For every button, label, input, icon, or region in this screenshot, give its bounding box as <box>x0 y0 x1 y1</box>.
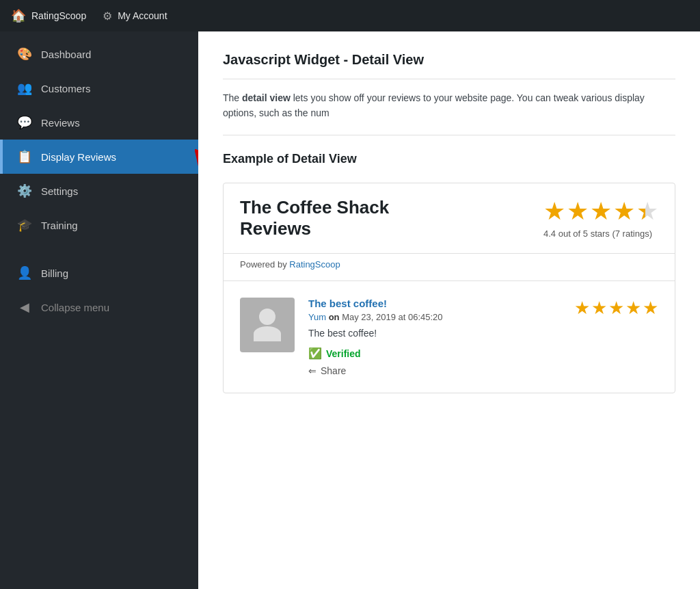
powered-by: Powered by RatingScoop <box>224 254 675 281</box>
review-text-block: The best coffee! Yum on May 23, 2019 at … <box>308 298 443 347</box>
logo-label: RatingScoop <box>31 10 86 21</box>
gear-icon: ⚙ <box>103 10 112 23</box>
widget-description: The detail view lets you show off your r… <box>223 90 675 135</box>
training-icon: 🎓 <box>16 218 33 233</box>
sidebar: 🎨 Dashboard 👥 Customers 💬 Reviews 📋 Disp… <box>0 31 198 589</box>
settings-icon: ⚙️ <box>16 183 33 198</box>
verified-check-icon: ✅ <box>308 347 322 360</box>
sidebar-item-label: Dashboard <box>41 49 91 60</box>
star-4: ★ <box>613 197 635 226</box>
reviewer-avatar <box>240 298 295 352</box>
star-5: ★★ <box>636 197 658 226</box>
ratingscoop-link[interactable]: RatingScoop <box>289 259 340 270</box>
customers-icon: 👥 <box>16 81 33 96</box>
review-meta: Yum on May 23, 2019 at 06:45:20 <box>308 312 443 322</box>
verified-label: Verified <box>326 348 361 359</box>
review-item: The best coffee! Yum on May 23, 2019 at … <box>224 281 675 393</box>
share-icon: ⇐ <box>308 365 317 376</box>
my-account-menu[interactable]: ⚙ My Account <box>103 10 167 23</box>
home-icon: 🏠 <box>11 8 26 23</box>
widget-preview: The Coffee Shack Reviews ★ ★ ★ ★ ★★ 4.4 … <box>223 183 675 393</box>
review-on: on <box>329 312 342 322</box>
sidebar-item-label: Settings <box>41 185 78 197</box>
sidebar-item-collapse[interactable]: ◀ Collapse menu <box>0 290 198 324</box>
rating-summary: ★ ★ ★ ★ ★★ 4.4 out of 5 stars (7 ratings… <box>543 197 658 239</box>
share-label: Share <box>321 365 346 376</box>
account-label: My Account <box>118 10 167 21</box>
dashboard-icon: 🎨 <box>16 47 33 62</box>
sidebar-item-label: Collapse menu <box>41 302 109 313</box>
sidebar-item-training[interactable]: 🎓 Training <box>0 208 198 242</box>
reviewer-name: Yum <box>308 312 326 322</box>
sidebar-item-label: Billing <box>41 267 68 279</box>
review-star-1: ★ <box>574 298 590 319</box>
review-title: The best coffee! <box>308 298 443 309</box>
avatar-head <box>259 309 275 325</box>
sidebar-item-reviews[interactable]: 💬 Reviews <box>0 105 198 140</box>
star-2: ★ <box>567 197 589 226</box>
review-date: May 23, 2019 at 06:45:20 <box>342 312 442 322</box>
review-stars: ★ ★ ★ ★ ★ <box>574 298 658 319</box>
sidebar-item-label: Reviews <box>41 117 80 129</box>
sidebar-item-label: Training <box>41 220 78 231</box>
page-title: Javascript Widget - Detail View <box>223 52 675 79</box>
rating-text: 4.4 out of 5 stars (7 ratings) <box>543 228 652 239</box>
sidebar-item-customers[interactable]: 👥 Customers <box>0 71 198 105</box>
stars-display: ★ ★ ★ ★ ★★ <box>543 197 658 226</box>
sidebar-item-display-reviews[interactable]: 📋 Display Reviews <box>0 140 198 174</box>
top-bar: 🏠 RatingScoop ⚙ My Account <box>0 0 700 31</box>
sidebar-item-dashboard[interactable]: 🎨 Dashboard <box>0 37 198 71</box>
powered-by-text: Powered by <box>240 259 289 270</box>
review-body: The best coffee! <box>308 328 443 339</box>
review-star-4: ★ <box>625 298 641 319</box>
review-star-3: ★ <box>608 298 624 319</box>
sidebar-divider <box>0 242 198 256</box>
main-layout: 🎨 Dashboard 👥 Customers 💬 Reviews 📋 Disp… <box>0 31 700 589</box>
widget-header: The Coffee Shack Reviews ★ ★ ★ ★ ★★ 4.4 … <box>224 183 675 254</box>
billing-icon: 👤 <box>16 265 33 280</box>
review-star-2: ★ <box>591 298 607 319</box>
description-bold: detail view <box>242 92 291 103</box>
review-header-row: The best coffee! Yum on May 23, 2019 at … <box>308 298 658 347</box>
content-area: Javascript Widget - Detail View The deta… <box>198 31 700 589</box>
sidebar-item-billing[interactable]: 👤 Billing <box>0 256 198 290</box>
red-arrow-annotation <box>195 140 198 174</box>
share-button[interactable]: ⇐ Share <box>308 365 346 376</box>
star-1: ★ <box>543 197 565 226</box>
display-reviews-icon: 📋 <box>16 149 33 164</box>
review-details: The best coffee! Yum on May 23, 2019 at … <box>308 298 658 376</box>
review-star-5: ★ <box>643 298 658 319</box>
sidebar-item-label: Customers <box>41 83 91 94</box>
business-name: The Coffee Shack Reviews <box>240 197 445 239</box>
avatar-placeholder <box>254 309 281 341</box>
logo[interactable]: 🏠 RatingScoop <box>11 8 86 23</box>
sidebar-item-label: Display Reviews <box>41 151 116 163</box>
collapse-icon: ◀ <box>16 300 33 315</box>
sidebar-item-settings[interactable]: ⚙️ Settings <box>0 174 198 208</box>
star-3: ★ <box>590 197 612 226</box>
reviews-icon: 💬 <box>16 115 33 130</box>
example-title: Example of Detail View <box>223 152 675 166</box>
verified-badge: ✅ Verified <box>308 347 658 360</box>
avatar-body <box>254 326 281 341</box>
